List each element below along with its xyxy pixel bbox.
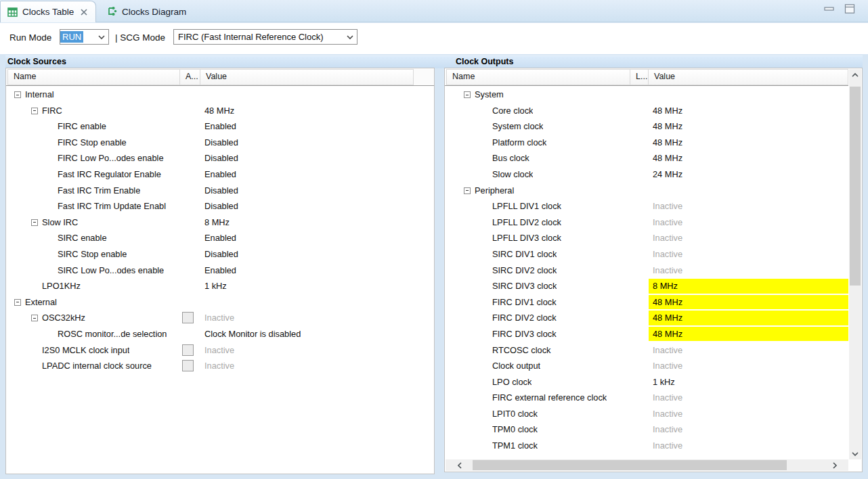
tree-item-value: Disabled bbox=[200, 183, 414, 198]
tree-item-label: LPIT0 clock bbox=[492, 406, 538, 422]
tree-row-sirc-div3-clock[interactable]: SIRC DIV3 clock8 MHz bbox=[445, 278, 862, 294]
column-header-attr[interactable]: A... bbox=[180, 69, 200, 85]
tree-item-label: OSC32kHz bbox=[42, 310, 85, 326]
vertical-scrollbar[interactable] bbox=[849, 69, 861, 459]
column-header-name[interactable]: Name bbox=[7, 69, 180, 85]
tree-row-firc-external-reference-clock[interactable]: FIRC external reference clockInactive bbox=[445, 390, 862, 406]
tree-item-value: 48 MHz bbox=[649, 119, 848, 134]
tree-item-value: 48 MHz bbox=[649, 104, 848, 118]
scg-mode-select[interactable]: FIRC (Fast Internal Reference Clock) bbox=[173, 29, 357, 45]
clock-sources-title: Clock Sources bbox=[7, 57, 66, 66]
inactive-checkbox[interactable] bbox=[182, 312, 194, 323]
tree-item-label: Bus clock bbox=[492, 150, 529, 166]
tree-item-label: Fast IRC Trim Enable bbox=[58, 183, 140, 199]
scroll-left-icon[interactable] bbox=[454, 459, 465, 471]
collapse-icon[interactable] bbox=[31, 108, 38, 114]
tree-row-sirc-low-po-odes-enable[interactable]: SIRC Low Po...odes enableEnabled bbox=[6, 263, 434, 279]
scroll-down-icon[interactable] bbox=[849, 448, 861, 459]
tree-row-platform-clock[interactable]: Platform clock48 MHz bbox=[445, 135, 862, 151]
tab-clocks-diagram[interactable]: Clocks Diagram bbox=[100, 1, 193, 22]
tree-item-value: Enabled bbox=[200, 119, 414, 134]
tree-item-label: Slow clock bbox=[492, 166, 533, 183]
tree-row-lpfll-div3-clock[interactable]: LPFLL DIV3 clockInactive bbox=[445, 230, 862, 246]
run-mode-select[interactable]: RUN bbox=[60, 29, 109, 45]
tree-row-sirc-stop-enable[interactable]: SIRC Stop enableDisabled bbox=[6, 246, 434, 263]
tree-row-fast-irc-trim-update-enabl[interactable]: Fast IRC Trim Update EnablDisabled bbox=[6, 198, 434, 214]
view-tabbar: Clocks Table Clocks Diagram bbox=[0, 0, 868, 22]
tree-row-internal[interactable]: Internal bbox=[6, 87, 434, 103]
chevron-down-icon bbox=[97, 32, 106, 42]
tree-row-firc[interactable]: FIRC48 MHz bbox=[6, 103, 434, 119]
vertical-scrollbar-thumb[interactable] bbox=[850, 87, 861, 286]
tree-row-lpfll-div2-clock[interactable]: LPFLL DIV2 clockInactive bbox=[445, 214, 862, 231]
clock-outputs-panel: Name L... Value SystemCore clock48 MHzSy… bbox=[444, 68, 863, 472]
column-header-name[interactable]: Name bbox=[446, 69, 630, 85]
tree-row-system-clock[interactable]: System clock48 MHz bbox=[445, 118, 862, 135]
scroll-right-icon[interactable] bbox=[829, 459, 840, 471]
tree-row-slow-clock[interactable]: Slow clock24 MHz bbox=[445, 166, 862, 183]
tree-item-label: I2S0 MCLK clock input bbox=[42, 342, 129, 359]
tree-row-osc32khz[interactable]: OSC32kHzInactive bbox=[6, 310, 434, 326]
tree-row-bus-clock[interactable]: Bus clock48 MHz bbox=[445, 150, 862, 166]
collapse-icon[interactable] bbox=[464, 91, 471, 98]
tree-row-sirc-enable[interactable]: SIRC enableEnabled bbox=[6, 230, 434, 246]
close-icon[interactable] bbox=[79, 7, 89, 17]
maximize-icon[interactable] bbox=[844, 4, 856, 14]
tree-row-lpadc-internal-clock-source[interactable]: LPADC internal clock sourceInactive bbox=[6, 358, 434, 374]
tree-row-rosc-monitor-de-selection[interactable]: ROSC monitor...de selectionClock Monitor… bbox=[6, 326, 434, 342]
tree-item-label: TPM1 clock bbox=[492, 438, 538, 454]
tree-row-firc-div2-clock[interactable]: FIRC DIV2 clock48 MHz bbox=[445, 310, 862, 326]
tree-row-core-clock[interactable]: Core clock48 MHz bbox=[445, 103, 862, 119]
section-header-bar: Clock Sources Clock Outputs bbox=[5, 55, 863, 68]
tree-item-label: LPFLL DIV2 clock bbox=[492, 214, 561, 231]
tree-item-label: LPADC internal clock source bbox=[42, 358, 152, 374]
run-mode-value: RUN bbox=[60, 31, 83, 43]
collapse-icon[interactable] bbox=[31, 315, 38, 321]
tree-item-value: Inactive bbox=[649, 390, 848, 405]
tree-row-slow-irc[interactable]: Slow IRC8 MHz bbox=[6, 214, 434, 231]
tree-row-firc-div1-clock[interactable]: FIRC DIV1 clock48 MHz bbox=[445, 294, 862, 311]
tree-row-system[interactable]: System bbox=[445, 87, 862, 103]
tree-row-tpm0-clock[interactable]: TPM0 clockInactive bbox=[445, 421, 862, 438]
tree-row-tpm1-clock[interactable]: TPM1 clockInactive bbox=[445, 438, 862, 454]
horizontal-scrollbar-thumb[interactable] bbox=[473, 460, 787, 470]
column-header-value[interactable]: Value bbox=[200, 69, 414, 85]
tree-item-label: SIRC Low Po...odes enable bbox=[58, 263, 164, 279]
collapse-icon[interactable] bbox=[464, 187, 471, 194]
tree-row-sirc-div2-clock[interactable]: SIRC DIV2 clockInactive bbox=[445, 263, 862, 279]
tree-row-lpit0-clock[interactable]: LPIT0 clockInactive bbox=[445, 406, 862, 422]
tree-item-label: SIRC DIV2 clock bbox=[492, 263, 557, 279]
tree-item-label: FIRC external reference clock bbox=[492, 390, 607, 406]
inactive-checkbox[interactable] bbox=[182, 360, 194, 371]
tree-row-firc-div3-clock[interactable]: FIRC DIV3 clock48 MHz bbox=[445, 326, 862, 342]
tree-row-clock-output[interactable]: Clock outputInactive bbox=[445, 358, 862, 374]
tree-item-value: 48 MHz bbox=[649, 311, 848, 325]
tree-row-firc-stop-enable[interactable]: FIRC Stop enableDisabled bbox=[6, 135, 434, 151]
scroll-up-icon[interactable] bbox=[849, 69, 861, 81]
tree-row-firc-enable[interactable]: FIRC enableEnabled bbox=[6, 118, 434, 135]
tree-row-i2s0-mclk-clock-input[interactable]: I2S0 MCLK clock inputInactive bbox=[6, 342, 434, 359]
column-header-value[interactable]: Value bbox=[649, 69, 848, 85]
collapse-icon[interactable] bbox=[31, 219, 38, 226]
tree-row-rtcosc-clock[interactable]: RTCOSC clockInactive bbox=[445, 342, 862, 359]
tree-row-fast-irc-trim-enable[interactable]: Fast IRC Trim EnableDisabled bbox=[6, 183, 434, 199]
tree-row-external[interactable]: External bbox=[6, 294, 434, 311]
collapse-icon[interactable] bbox=[14, 299, 21, 306]
horizontal-scrollbar[interactable] bbox=[446, 459, 848, 471]
tree-row-lpo1khz[interactable]: LPO1KHz1 kHz bbox=[6, 278, 434, 294]
tab-clocks-table[interactable]: Clocks Table bbox=[0, 1, 96, 22]
tree-item-label: Clock output bbox=[492, 358, 540, 374]
clock-outputs-column-header: Name L... Value bbox=[445, 68, 848, 86]
tree-item-label: LPO1KHz bbox=[42, 278, 81, 294]
column-header-link[interactable]: L... bbox=[630, 69, 649, 85]
tree-row-sirc-div1-clock[interactable]: SIRC DIV1 clockInactive bbox=[445, 246, 862, 263]
inactive-checkbox[interactable] bbox=[182, 344, 194, 356]
tree-row-fast-irc-regulator-enable[interactable]: Fast IRC Regulator EnableEnabled bbox=[6, 166, 434, 183]
tree-item-value: Inactive bbox=[649, 359, 848, 373]
tree-row-lpfll-div1-clock[interactable]: LPFLL DIV1 clockInactive bbox=[445, 198, 862, 214]
tree-row-lpo-clock[interactable]: LPO clock1 kHz bbox=[445, 374, 862, 390]
collapse-icon[interactable] bbox=[14, 91, 21, 98]
tree-row-peripheral[interactable]: Peripheral bbox=[445, 183, 862, 199]
minimize-icon[interactable] bbox=[823, 4, 836, 14]
tree-row-firc-low-po-odes-enable[interactable]: FIRC Low Po...odes enableDisabled bbox=[6, 150, 434, 166]
